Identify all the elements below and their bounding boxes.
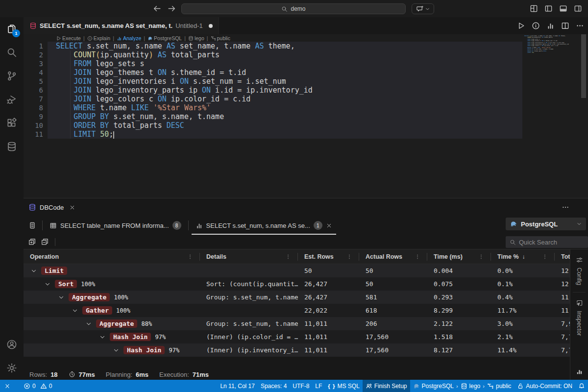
- finish-setup-button[interactable]: Finish Setup: [363, 380, 410, 392]
- sidebar-item-explorer[interactable]: 1: [0, 17, 24, 41]
- column-header[interactable]: Details: [200, 249, 298, 264]
- plan-row[interactable]: Limit50500.0040.0%12,: [24, 264, 570, 277]
- column-menu-icon[interactable]: [415, 254, 420, 260]
- codelens-explain[interactable]: Explain: [87, 35, 110, 41]
- editor-tab[interactable]: SELECT s.set_num, s.name AS set_name, t.…: [24, 17, 219, 34]
- est-cell: 26,427: [298, 291, 359, 304]
- command-center-search[interactable]: demo: [181, 3, 406, 14]
- tab-inspector[interactable]: Inspector: [576, 293, 583, 343]
- editor-scrollbar[interactable]: [581, 34, 586, 98]
- plan-row[interactable]: Hash Join97%(Inner) (ip.color_id = …11,0…: [24, 330, 570, 343]
- forward-arrow-icon[interactable]: [168, 4, 176, 13]
- indentation-setting[interactable]: Spaces: 4: [258, 380, 290, 392]
- activity-bar: 1: [0, 17, 24, 380]
- collapse-chevron-icon[interactable]: [99, 334, 106, 341]
- toggle-secondary-sidebar-icon[interactable]: [574, 4, 582, 13]
- column-header[interactable]: Operation: [24, 249, 200, 264]
- collapse-results-icon[interactable]: [41, 238, 49, 246]
- plan-row[interactable]: Gather100%22,0226188.29911.7%11,: [24, 304, 570, 317]
- panel-tab-dbcode[interactable]: DBCode: [24, 198, 80, 216]
- notifications-button[interactable]: [575, 380, 588, 392]
- column-menu-icon[interactable]: [346, 254, 352, 260]
- sidebar-item-search[interactable]: [0, 41, 24, 64]
- collapse-chevron-icon[interactable]: [58, 294, 65, 301]
- operation-name: Hash Join: [110, 333, 151, 341]
- open-in-new-window-icon[interactable]: [28, 238, 36, 246]
- collapse-chevron-icon[interactable]: [72, 307, 78, 314]
- toggle-panel-icon[interactable]: [559, 4, 567, 13]
- details-cell: Sort: (count(ip.quantit…: [200, 277, 298, 291]
- plan-row[interactable]: Aggregate88%Group: s.set_num, t.name11,0…: [24, 317, 570, 330]
- autocommit-toggle[interactable]: Auto-Commit: ON: [514, 380, 575, 392]
- codelens-public[interactable]: public: [211, 35, 230, 41]
- plan-row[interactable]: Sort100%Sort: (count(ip.quantit…26,42750…: [24, 277, 570, 291]
- total-cell: 7,9: [555, 317, 570, 330]
- quick-search-input[interactable]: Quick Search: [506, 236, 588, 248]
- column-menu-icon[interactable]: [285, 254, 291, 260]
- collapse-chevron-icon[interactable]: [85, 320, 92, 327]
- collapse-chevron-icon[interactable]: [44, 281, 51, 288]
- sidebar-item-source-control[interactable]: [0, 64, 24, 88]
- tab-config[interactable]: Config: [576, 249, 583, 292]
- column-header-label: Operation: [30, 253, 59, 260]
- close-icon[interactable]: [326, 222, 332, 229]
- time-cell: 0.293: [427, 291, 491, 304]
- codelens-execute[interactable]: Execute: [56, 35, 81, 41]
- column-header[interactable]: Est. Rows: [298, 249, 359, 264]
- results-toolbar: Quick Search: [24, 235, 588, 249]
- codelens-postgresql[interactable]: PostgreSQL: [147, 35, 182, 41]
- codelens-lego[interactable]: lego: [188, 35, 204, 41]
- encoding-setting[interactable]: UTF-8: [290, 380, 312, 392]
- sidebar-item-database[interactable]: [0, 135, 24, 158]
- problems-indicator[interactable]: 0 0: [21, 380, 55, 392]
- connection-selector[interactable]: PostgreSQL: [506, 218, 586, 230]
- minimap[interactable]: SELECT s.set_num, s.name AS set_name, t.…: [524, 35, 569, 53]
- plan-row[interactable]: Aggregate100%Group: s.set_num, t.name26,…: [24, 291, 570, 304]
- split-editor-icon[interactable]: [561, 22, 569, 30]
- chart-view-icon[interactable]: [576, 368, 583, 375]
- more-actions-icon[interactable]: [576, 22, 584, 30]
- back-arrow-icon[interactable]: [153, 4, 161, 13]
- column-header[interactable]: Total: [555, 249, 570, 264]
- modified-indicator-icon[interactable]: [209, 24, 213, 28]
- column-header[interactable]: Time (ms): [427, 249, 491, 264]
- connection-breadcrumb[interactable]: PostgreSQL › lego › public: [410, 380, 514, 392]
- line-number: 5: [24, 77, 43, 85]
- time_pct-cell: 11.4%: [491, 343, 555, 357]
- explain-icon[interactable]: [532, 22, 540, 30]
- result-tab[interactable]: SELECT s.set_num, s.name AS se...1: [189, 216, 339, 235]
- column-menu-icon[interactable]: [542, 254, 548, 260]
- column-menu-icon[interactable]: [478, 254, 484, 260]
- sidebar-item-extensions[interactable]: [0, 111, 24, 135]
- column-header[interactable]: Actual Rows: [359, 249, 427, 264]
- cursor-position[interactable]: Ln 11, Col 17: [217, 380, 258, 392]
- collapse-chevron-icon[interactable]: [113, 347, 120, 354]
- result-tab[interactable]: SELECT table_name FROM informa...8: [43, 216, 188, 235]
- play-icon: [56, 36, 61, 41]
- settings-button[interactable]: [0, 356, 24, 380]
- panel-more-icon[interactable]: [562, 203, 569, 211]
- customize-layout-icon[interactable]: [530, 4, 538, 13]
- close-icon[interactable]: [69, 204, 75, 211]
- column-header[interactable]: Time %↓: [491, 249, 555, 264]
- query-history-icon[interactable]: [28, 221, 36, 229]
- codelens-analyze[interactable]: Analyze: [117, 35, 141, 41]
- connection-label: PostgreSQL: [521, 220, 573, 228]
- time-cell: 8.127: [427, 343, 491, 357]
- run-query-icon[interactable]: [517, 22, 525, 30]
- copilot-chat-button[interactable]: [412, 3, 434, 14]
- toggle-sidebar-icon[interactable]: [544, 4, 553, 13]
- line-number: 4: [24, 69, 43, 76]
- collapse-chevron-icon[interactable]: [30, 268, 37, 274]
- remote-indicator[interactable]: [0, 380, 14, 392]
- column-menu-icon[interactable]: [187, 254, 193, 260]
- account-button[interactable]: [0, 333, 24, 356]
- status-bar: 0 0 Ln 11, Col 17 Spaces: 4 UTF-8 LF { }…: [0, 380, 588, 392]
- operation-cell: Gather100%: [24, 304, 200, 317]
- language-mode[interactable]: { } MS SQL: [325, 380, 363, 392]
- eol-setting[interactable]: LF: [312, 380, 325, 392]
- analyze-icon[interactable]: [546, 22, 555, 30]
- code-editor[interactable]: Execute|Explain|Analyze|PostgreSQL|lego|…: [24, 34, 588, 198]
- sidebar-item-run-debug[interactable]: [0, 88, 24, 111]
- plan-row[interactable]: Hash Join97%(Inner) (ip.inventory_i…11,0…: [24, 343, 570, 357]
